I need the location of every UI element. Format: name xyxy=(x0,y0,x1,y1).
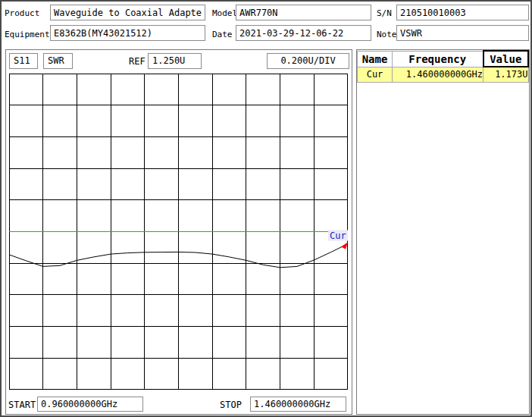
marker-arrow[interactable] xyxy=(341,243,348,249)
stop-label: STOP xyxy=(220,400,242,410)
stop-frequency-field[interactable] xyxy=(250,397,346,412)
marker-table: NameFrequencyValue Cur1.460000000GHz1.17… xyxy=(357,50,529,83)
marker-label[interactable]: Cur xyxy=(330,230,346,241)
model-label: Model xyxy=(212,8,237,18)
marker-table-header-row: NameFrequencyValue xyxy=(358,51,529,67)
marker-table-cell[interactable]: Cur xyxy=(358,67,393,82)
marker-table-header-value[interactable]: Value xyxy=(483,51,529,67)
trace-select[interactable]: S11 xyxy=(9,53,38,69)
model-field[interactable] xyxy=(236,5,371,20)
marker-table-cell[interactable]: 1.173U xyxy=(483,67,529,82)
scale-per-div-field[interactable]: 0.200U/DIV xyxy=(267,53,349,69)
serial-field[interactable] xyxy=(396,5,529,20)
start-label: START xyxy=(8,400,36,410)
ref-label: REF xyxy=(129,56,146,67)
format-select[interactable]: SWR xyxy=(43,53,73,69)
note-field[interactable] xyxy=(396,25,529,41)
marker-table-header-name[interactable]: Name xyxy=(358,51,393,67)
ref-value-field[interactable]: 1.250U xyxy=(148,53,202,69)
serial-label: S/N xyxy=(377,8,392,18)
equipment-field[interactable] xyxy=(50,25,205,41)
product-field[interactable] xyxy=(50,5,205,20)
swr-chart: Cur xyxy=(9,74,348,390)
marker-table-cell[interactable]: 1.460000000GHz xyxy=(393,67,483,82)
app-window: Product Model S/N Equipment Date Note S1… xyxy=(0,0,532,417)
date-field[interactable] xyxy=(236,25,371,41)
marker-row-cur[interactable]: Cur1.460000000GHz1.173U xyxy=(358,67,529,82)
marker-table-panel: NameFrequencyValue Cur1.460000000GHz1.17… xyxy=(356,49,530,415)
note-label: Note xyxy=(377,30,397,39)
chart-panel: S11 SWR REF 1.250U 0.200U/DIV Cur START … xyxy=(5,49,352,415)
equipment-label: Equipment xyxy=(5,30,50,39)
start-frequency-field[interactable] xyxy=(37,397,143,412)
date-label: Date xyxy=(212,30,233,39)
marker-table-header-frequency[interactable]: Frequency xyxy=(393,51,483,67)
product-label: Product xyxy=(5,8,39,18)
